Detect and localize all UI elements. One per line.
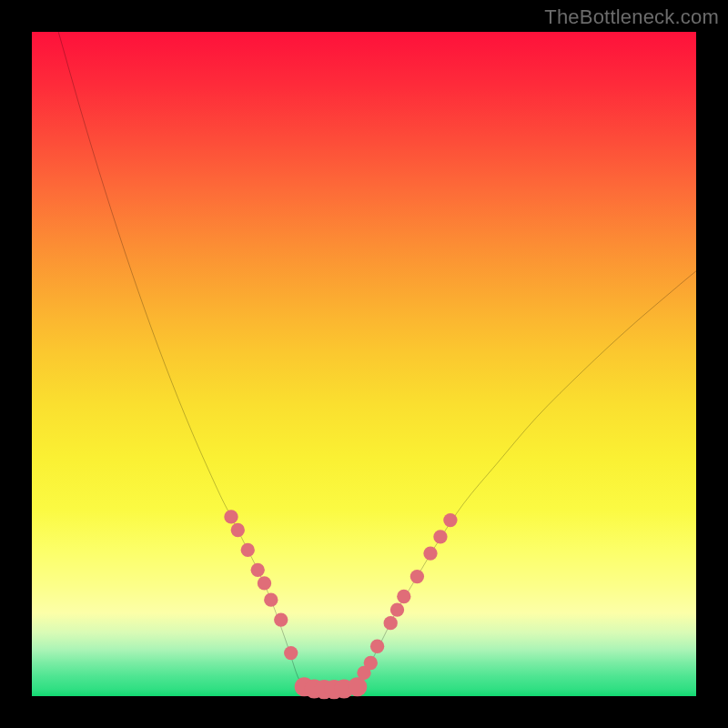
highlight-dot	[370, 640, 384, 653]
highlight-dot	[397, 590, 410, 603]
highlight-dot	[251, 563, 265, 577]
highlight-dot	[410, 570, 424, 583]
highlight-dot	[348, 677, 367, 696]
highlight-dot	[390, 602, 404, 616]
curve-group	[58, 32, 696, 691]
highlight-dot	[364, 656, 378, 670]
plot-svg	[32, 32, 696, 696]
highlight-dot	[423, 546, 437, 560]
left-curve-path	[58, 32, 304, 688]
highlight-dots-group	[224, 510, 457, 699]
plot-area	[32, 32, 696, 696]
highlight-dot	[224, 510, 238, 523]
highlight-dot	[264, 592, 278, 606]
highlight-dot	[231, 523, 245, 537]
right-curve-path	[358, 271, 696, 688]
highlight-dot	[433, 530, 447, 543]
highlight-dot	[284, 646, 298, 660]
highlight-dot	[443, 513, 457, 527]
chart-container: TheBottleneck.com	[0, 0, 728, 728]
highlight-dot	[384, 616, 398, 630]
highlight-dot	[258, 576, 271, 590]
highlight-dot	[241, 543, 255, 557]
highlight-dot	[274, 612, 288, 626]
watermark-label: TheBottleneck.com	[544, 5, 719, 29]
